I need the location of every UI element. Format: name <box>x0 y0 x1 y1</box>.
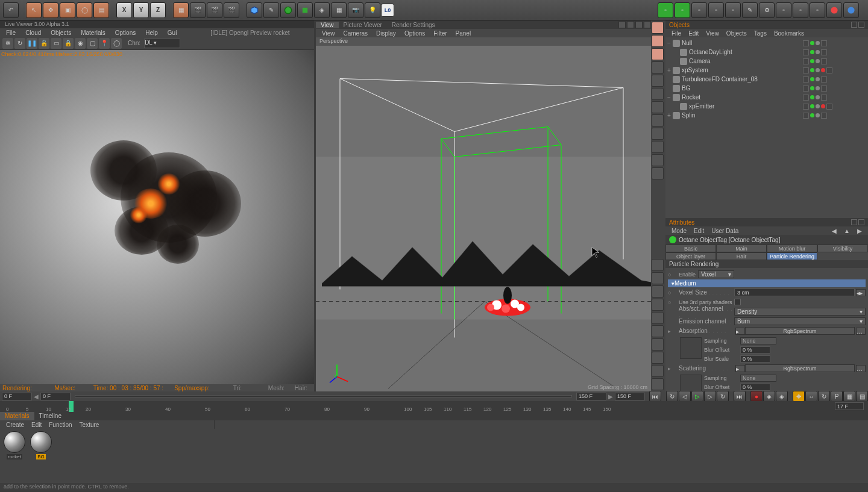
scale-tool[interactable]: ▣ <box>60 2 75 18</box>
tab-render-settings[interactable]: Render Settings <box>387 22 440 28</box>
plugin-3[interactable]: ▫ <box>691 2 707 18</box>
key-extra-button[interactable]: ▤ <box>856 391 868 402</box>
materials-list[interactable]: rocketBG <box>0 429 868 483</box>
lv-pin-icon[interactable]: 📍 <box>99 38 110 49</box>
rtool-b10[interactable] <box>652 378 664 390</box>
vp-nav-4[interactable] <box>644 21 651 28</box>
abs-blur-scale[interactable]: 0 % <box>740 355 770 363</box>
plugin-8[interactable]: ▫ <box>776 2 791 18</box>
lv-region-icon[interactable]: ▭ <box>51 38 61 49</box>
rtool-12[interactable] <box>652 167 664 179</box>
rtool-11[interactable] <box>652 154 664 166</box>
rtool-10[interactable] <box>652 141 664 153</box>
loop-button[interactable]: ↻ <box>717 391 729 402</box>
render-button[interactable]: 🎬 <box>190 2 206 18</box>
tree-item-xpsystem[interactable]: +xpSystem <box>665 66 802 75</box>
tab-basic[interactable]: Basic <box>665 244 716 252</box>
x-axis-lock[interactable]: X <box>116 2 132 18</box>
tab-view[interactable]: View <box>316 22 339 28</box>
tree-tags-splin[interactable] <box>802 111 868 120</box>
vp-menu-panel[interactable]: Panel <box>456 30 471 37</box>
key-pla-button[interactable]: ▦ <box>843 391 855 402</box>
next-key-button[interactable]: ▷ <box>704 391 716 402</box>
tab-main[interactable]: Main <box>716 244 767 252</box>
attr-nav-fwd[interactable]: ▶ <box>857 228 862 234</box>
rtool-b3[interactable] <box>652 285 664 297</box>
plugin-10[interactable]: ▫ <box>810 2 825 18</box>
attr-menu-userdata[interactable]: User Data <box>711 228 738 234</box>
tree-item-bg[interactable]: BG <box>665 84 802 93</box>
environment-icon[interactable]: ▦ <box>331 2 347 18</box>
plugin-6[interactable]: ✎ <box>742 2 758 18</box>
lv-pause-icon[interactable]: ❚❚ <box>27 38 37 49</box>
material-rocket[interactable]: rocket <box>2 431 27 481</box>
tab-visibility[interactable]: Visibility <box>817 244 868 252</box>
key-rot-button[interactable]: ↻ <box>818 391 830 402</box>
key-scale-button[interactable]: ↔ <box>805 391 817 402</box>
attr-nav-up[interactable]: ▲ <box>844 228 850 234</box>
tree-tags-tfd[interactable] <box>802 75 868 84</box>
rtool-8[interactable] <box>652 114 664 126</box>
rtool-2[interactable] <box>652 35 664 47</box>
plugin-4[interactable]: ▫ <box>708 2 724 18</box>
select-tool[interactable]: ↖ <box>26 2 42 18</box>
render-region[interactable]: 🎬 <box>207 2 222 18</box>
scattering-spectrum[interactable]: RgbSpectrum <box>745 364 855 372</box>
enable-select[interactable]: Voxel▾ <box>698 270 734 278</box>
plugin-2[interactable]: ▫ <box>675 2 690 18</box>
play-back-button[interactable]: ◁ <box>679 391 691 402</box>
vp-menu-options[interactable]: Options <box>404 30 425 37</box>
tab-particle-rendering[interactable]: Particle Rendering <box>767 252 817 260</box>
timeline-start[interactable]: 0 F <box>2 393 32 400</box>
absorption-arrow-btn[interactable]: ▸ <box>735 328 745 335</box>
tree-item-xpemitter[interactable]: xpEmitter <box>665 102 802 111</box>
obj-menu-edit[interactable]: Edit <box>688 30 699 37</box>
obj-menu-tags[interactable]: Tags <box>754 30 767 37</box>
lv-sync-icon[interactable]: ✲ <box>2 38 13 49</box>
tree-item-tfd[interactable]: TurbulenceFD Container_08 <box>665 75 802 84</box>
attr-lock-icon[interactable] <box>851 219 857 225</box>
menu-objects[interactable]: Objects <box>51 30 71 36</box>
viewport-3d[interactable]: Y Grid Spacing : 10000 cm <box>316 46 651 391</box>
vp-menu-view[interactable]: View <box>322 30 335 37</box>
rtool-4[interactable] <box>652 61 664 73</box>
panel-max-icon[interactable] <box>858 22 864 28</box>
mat-menu-texture[interactable]: Texture <box>80 422 99 428</box>
tree-item-splin[interactable]: +Splin <box>665 111 802 120</box>
absorption-spectrum[interactable]: RgbSpectrum <box>745 327 855 335</box>
timeline-ruler[interactable]: 17 F 05101520304050607080901001051101151… <box>0 401 868 412</box>
mat-menu-function[interactable]: Function <box>49 422 72 428</box>
key-param-button[interactable]: P <box>831 391 843 402</box>
vp-nav-2[interactable] <box>627 21 634 28</box>
menu-gui[interactable]: Gui <box>168 30 177 36</box>
third-party-checkbox[interactable] <box>734 299 741 305</box>
rtool-6[interactable] <box>652 88 664 100</box>
absorption-swatch[interactable] <box>680 337 702 359</box>
menu-file[interactable]: File <box>6 30 16 36</box>
menu-help[interactable]: Help <box>145 30 158 36</box>
absorption-ext-btn[interactable]: … <box>856 328 866 335</box>
abs-sampling-select[interactable]: None <box>740 337 776 344</box>
goto-end-button[interactable]: ⏭ <box>734 391 746 402</box>
move-tool[interactable]: ✥ <box>43 2 58 18</box>
rtool-5[interactable] <box>652 75 664 87</box>
lv-lock-icon[interactable]: 🔓 <box>39 38 49 49</box>
tree-tags-xpemitter[interactable] <box>802 102 868 111</box>
rtool-b9[interactable] <box>652 365 664 377</box>
tree-item-rocket[interactable]: −Rocket <box>665 93 802 102</box>
goto-start-button[interactable]: ⏮ <box>649 391 661 402</box>
menu-options[interactable]: Options <box>115 30 136 36</box>
vp-nav-1[interactable] <box>618 21 626 28</box>
panel-lock-icon[interactable] <box>851 22 857 28</box>
plugin-9[interactable]: ▫ <box>793 2 808 18</box>
scattering-swatch[interactable] <box>680 375 702 391</box>
attr-max-icon[interactable] <box>858 219 864 225</box>
plugin-11[interactable] <box>826 2 842 18</box>
lv-clay-icon[interactable]: ▢ <box>87 38 98 49</box>
abs-blur-offset[interactable]: 0 % <box>740 346 770 353</box>
vp-menu-filter[interactable]: Filter <box>433 30 447 37</box>
tree-tags-daylight[interactable] <box>802 48 868 57</box>
tab-timeline[interactable]: Timeline <box>34 412 66 420</box>
vp-nav-3[interactable] <box>635 21 643 28</box>
tab-object-layer[interactable]: Object layer <box>665 252 716 260</box>
